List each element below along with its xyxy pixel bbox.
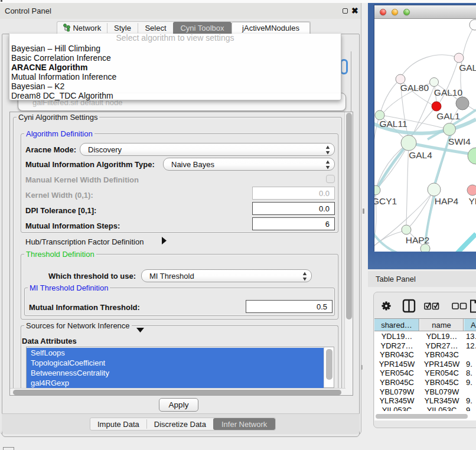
svg-text:HAP4: HAP4 <box>435 196 459 206</box>
svg-text:GAL7: GAL7 <box>459 63 476 73</box>
svg-text:GAL1: GAL1 <box>436 111 460 121</box>
svg-text:HAP2: HAP2 <box>406 235 430 245</box>
svg-text:GAL80: GAL80 <box>400 83 429 93</box>
svg-text:GAL10: GAL10 <box>434 87 463 97</box>
svg-text:YM: YM <box>468 196 476 206</box>
svg-text:GAL4: GAL4 <box>409 150 432 160</box>
svg-text:SWI4: SWI4 <box>448 136 471 146</box>
svg-text:GCY1: GCY1 <box>374 196 397 206</box>
svg-text:GAL11: GAL11 <box>379 119 407 129</box>
